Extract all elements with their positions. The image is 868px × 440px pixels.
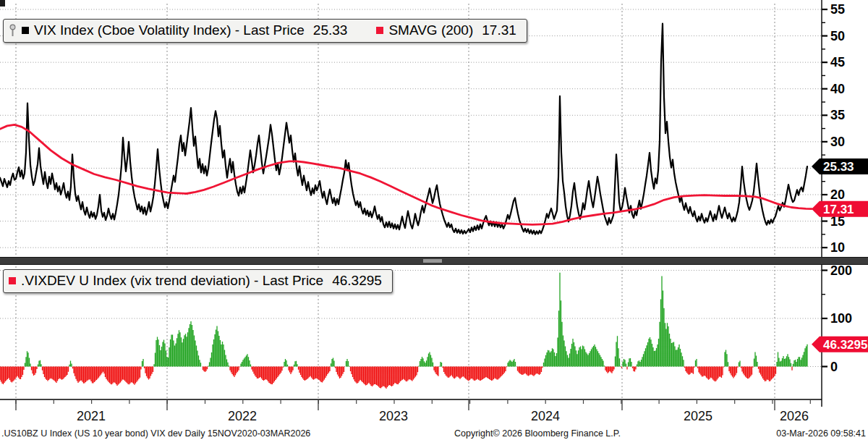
smavg-value: 17.31 [482,22,516,38]
y-axis-tick-label: 50 [830,29,845,43]
y-axis-tick-label: 55 [830,2,845,17]
y-axis-tick-label: 20 [830,187,845,202]
vix-line-series [0,24,812,234]
chart-canvas[interactable]: 1015202530354045505501002002021202220232… [0,0,868,440]
legend-vixdev-panel[interactable]: .VIXDEV U Index (vix trend deviation) - … [3,269,393,293]
vixdev-series-marker [9,277,16,284]
footer-copyright: Copyright© 2026 Bloomberg Finance L.P. [454,428,621,439]
footer-timestamp: 03-Mar-2026 09:58:41 [776,428,866,439]
divider-grip-handle[interactable] [423,259,442,263]
price-tag-46.3295: 46.3295 [812,337,868,352]
x-axis-year-label: 2026 [780,409,809,423]
price-tag-17.31: 17.31 [812,201,868,217]
y-axis-tick-label: 45 [830,55,845,69]
price-tag-value: 25.33 [823,160,854,174]
legend-vix-panel[interactable]: VIX Index (Cboe Volatility Index) - Last… [3,19,527,43]
smavg-series-marker [376,27,383,34]
price-tag-value: 46.3295 [823,338,867,352]
vix-last-price: 25.33 [313,22,348,38]
y-axis-tick-label: 40 [830,82,845,96]
footer-security-info: .US10BZ U Index (US 10 year bond) VIX de… [1,428,310,439]
pin-icon-glyph [9,24,17,38]
vix-series-marker [22,27,29,34]
y-axis-tick-label: 35 [830,108,845,122]
y-axis-tick-label: 30 [830,135,845,149]
y-axis-tick-label: 10 [830,240,845,255]
vixdev-legend-label: .VIXDEV U Index (vix trend deviation) - … [21,273,323,289]
vix-legend-label: VIX Index (Cboe Volatility Index) - Last… [34,22,305,38]
price-tag-value: 17.31 [823,203,854,216]
vixdev-last-price: 46.3295 [332,273,382,289]
x-axis-year-label: 2025 [684,409,712,423]
corner-mark [0,0,5,7]
x-axis-year-label: 2021 [77,409,106,423]
price-tag-25.33: 25.33 [812,158,868,174]
x-axis-year-label: 2024 [531,409,560,423]
y-axis-tick-label: 100 [830,311,852,326]
y-axis-tick-label: 0 [830,360,838,374]
chart-window: 1015202530354045505501002002021202220232… [0,0,868,440]
x-axis: 202120222023202420252026 [0,399,822,423]
gridlines [0,4,822,399]
smavg-legend-label: SMAVG (200) [388,22,473,38]
panel-divider[interactable] [0,257,868,265]
x-axis-year-label: 2023 [379,409,408,423]
x-axis-year-label: 2022 [228,409,257,423]
pin-icon[interactable] [9,24,17,38]
y-axis-tick-label: 200 [830,263,852,278]
